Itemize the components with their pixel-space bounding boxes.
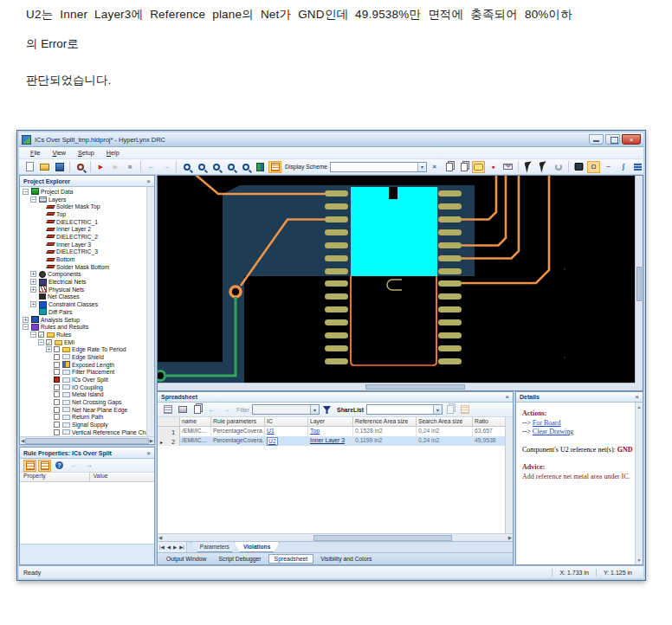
tree-item-edge-shield[interactable]: Edge Shield <box>20 353 154 361</box>
scroll-down-icon[interactable]: ▾ <box>638 556 641 565</box>
menu-view[interactable]: View <box>47 147 72 158</box>
canvas-horizontal-scrollbar[interactable] <box>158 383 635 390</box>
expand-icon[interactable]: + <box>30 287 36 293</box>
waveform-button[interactable]: ~ <box>602 161 615 173</box>
collapse-icon[interactable]: − <box>38 339 44 345</box>
tree-item-components[interactable]: +Components <box>20 271 154 279</box>
checkbox-checked[interactable] <box>38 332 44 338</box>
report-button[interactable] <box>501 161 514 173</box>
tree-item-net-near-plane-edge[interactable]: Net Near Plane Edge <box>20 406 154 414</box>
scroll-up-icon[interactable]: ▴ <box>638 403 641 412</box>
curve-button[interactable]: ∫ <box>617 161 630 173</box>
tree-item-analysis-setup[interactable]: +Analysis Setup <box>20 316 154 324</box>
scroll-right-icon[interactable]: ▶ <box>150 438 153 443</box>
tab-violations[interactable]: Violations <box>234 542 280 552</box>
zoom-selection-button[interactable] <box>239 161 252 173</box>
clear-drawing-link[interactable]: Clear Drawing <box>533 428 573 435</box>
checkbox[interactable] <box>54 414 60 420</box>
menu-help[interactable]: Help <box>100 147 126 158</box>
ic-body[interactable] <box>351 187 437 276</box>
next-violation-button[interactable]: → <box>220 403 233 416</box>
chevron-down-icon[interactable]: ▾ <box>417 163 426 171</box>
apply-filter-button[interactable] <box>320 403 333 416</box>
close-icon[interactable]: × <box>635 393 639 401</box>
tree-item-layers[interactable]: −Layers <box>20 196 154 203</box>
tree-item-net-classes[interactable]: Net Classes <box>20 293 154 301</box>
left-pads[interactable] <box>325 190 348 364</box>
tab-parameters[interactable]: Parameters <box>191 542 239 552</box>
expand-icon[interactable]: + <box>30 301 36 307</box>
close-button[interactable]: × <box>622 134 641 145</box>
violations-grid[interactable]: name Rule parameters IC Layer Reference … <box>158 417 513 533</box>
scroll-thumb[interactable] <box>25 438 149 444</box>
fit-board-button[interactable]: × <box>428 161 441 173</box>
prev-sheet-icon[interactable]: ◀ <box>167 544 171 550</box>
checkbox[interactable] <box>54 391 60 397</box>
copy-report-button[interactable] <box>457 161 470 173</box>
save-list-button[interactable] <box>443 403 456 416</box>
checkbox[interactable] <box>54 362 60 368</box>
violation-row-1[interactable]: 1 /EMI/IC... PercentageCovera... U1 Top … <box>158 427 513 436</box>
grid-horizontal-scrollbar[interactable]: ◀ ▶ <box>158 533 513 541</box>
run-button[interactable]: ▶ <box>94 161 107 173</box>
tree-item-filter-placement[interactable]: Filter Placement <box>20 369 154 377</box>
right-pads[interactable] <box>438 190 462 364</box>
collapse-icon[interactable]: − <box>23 324 29 330</box>
layer-stack-button[interactable] <box>631 161 643 173</box>
scroll-right-icon[interactable]: ▶ <box>508 535 512 540</box>
via[interactable] <box>230 287 241 297</box>
layer-link-inner-layer-3[interactable]: Inner Layer 3 <box>310 437 345 443</box>
tree-item-project-data[interactable]: −Project Data <box>20 188 154 196</box>
ic-cell-editor[interactable]: U2 <box>267 437 278 446</box>
select-pointer-button[interactable] <box>522 161 535 173</box>
checkbox-checked[interactable] <box>46 339 52 345</box>
scroll-left-icon[interactable]: ◀ <box>21 438 24 443</box>
tab-spreadsheet[interactable]: Spreadsheet <box>268 554 314 564</box>
checkbox-flagged[interactable] <box>54 377 60 383</box>
col-ratio[interactable]: Ratio <box>473 417 506 426</box>
col-layer[interactable]: Layer <box>308 417 353 426</box>
rule-properties-body[interactable] <box>20 482 154 544</box>
tree-item-emi[interactable]: −EMI <box>20 338 154 346</box>
search-button[interactable] <box>74 161 87 173</box>
tree-item-io-coupling[interactable]: IO Coupling <box>20 383 154 391</box>
tree-item-diff-pairs[interactable]: Diff Pairs <box>20 308 154 316</box>
copy-rows-button[interactable] <box>191 403 204 416</box>
zoom-in-button[interactable] <box>180 161 193 173</box>
checkbox[interactable] <box>54 369 60 375</box>
zoom-fit-button[interactable] <box>224 161 237 173</box>
expand-icon[interactable]: + <box>23 317 29 323</box>
tab-script-debugger[interactable]: Script Debugger <box>213 555 266 563</box>
checkbox[interactable] <box>54 384 60 390</box>
checkbox[interactable] <box>54 346 60 352</box>
pcb-drawing[interactable] <box>158 176 636 384</box>
expand-icon[interactable]: + <box>46 346 52 352</box>
filter-select[interactable]: ▾ <box>252 404 320 415</box>
canvas-vertical-scrollbar[interactable] <box>635 176 643 383</box>
resistor-probe-button[interactable]: Ω <box>587 161 600 173</box>
sharelist-select[interactable]: ▾ <box>366 404 443 415</box>
restore-button[interactable] <box>605 134 620 145</box>
next-rule-button[interactable]: → <box>82 460 95 472</box>
scroll-thumb[interactable] <box>365 384 465 390</box>
display-scheme-select[interactable]: ▾ <box>330 162 427 172</box>
sheet-nav-buttons[interactable]: |◀ ◀ ▶ ▶| <box>158 542 187 552</box>
tree-item-rules[interactable]: −Rules <box>20 331 154 338</box>
tree-item-constraint-classes[interactable]: +Constraint Classes <box>20 300 154 308</box>
new-file-button[interactable] <box>23 161 36 173</box>
edit-list-button[interactable] <box>458 403 471 416</box>
tree-item-dielectric-1[interactable]: DIELECTRIC_1 <box>20 218 154 226</box>
zoom-out-button[interactable] <box>195 161 208 173</box>
tree-item-rules-and-results[interactable]: −Rules and Results <box>20 323 154 331</box>
tree-item-solder-mask-bottom[interactable]: Solder Mask Bottom <box>20 263 154 271</box>
collapse-icon[interactable]: − <box>30 332 36 338</box>
tree-item-solder-mask-top[interactable]: Solder Mask Top <box>20 203 154 210</box>
step-button[interactable]: ▶ <box>109 161 122 173</box>
title-bar[interactable]: ICs Over Split_tmp.hldproj* - HyperLynx … <box>19 132 643 147</box>
ic-link-u1[interactable]: U1 <box>267 428 275 434</box>
prev-rule-button[interactable]: ← <box>68 460 81 472</box>
tree-item-dielectric-2[interactable]: DIELECTRIC_2 <box>20 233 154 241</box>
minimize-button[interactable] <box>589 134 604 145</box>
tree-item-inner-layer-2[interactable]: Inner Layer 2 <box>20 225 154 233</box>
col-search-area[interactable]: Search Area size <box>417 417 473 426</box>
